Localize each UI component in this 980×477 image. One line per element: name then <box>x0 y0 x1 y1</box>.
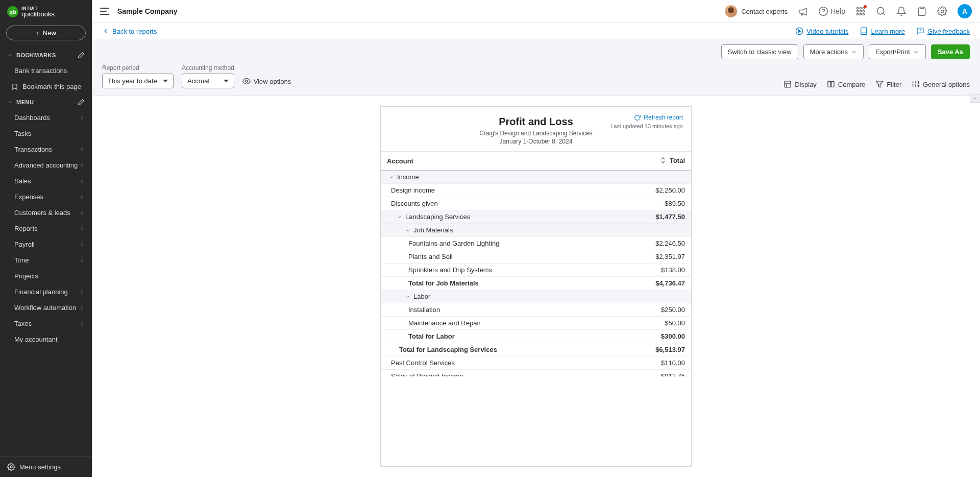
view-options-button[interactable]: View options <box>242 77 291 85</box>
table-row[interactable]: Design income$2,250.00 <box>381 184 691 197</box>
svg-point-8 <box>863 10 864 12</box>
table-row[interactable]: Fountains and Garden Lighting$2,246.50 <box>381 237 691 250</box>
main-content: Sample Company Contact experts Help A <box>92 0 980 477</box>
sidebar-item-expenses[interactable]: Expenses <box>0 189 92 205</box>
refresh-icon <box>634 114 641 121</box>
display-button[interactable]: Display <box>783 80 817 88</box>
compare-button[interactable]: Compare <box>827 80 865 88</box>
sidebar-item-tasks[interactable]: Tasks <box>0 126 92 141</box>
table-row[interactable]: Discounts given-$89.50 <box>381 197 691 210</box>
filter-label: Filter <box>887 81 901 88</box>
table-row[interactable]: Labor <box>381 290 691 303</box>
table-row[interactable]: Landscaping Services$1,477.50 <box>381 210 691 224</box>
export-print-button[interactable]: Export/Print <box>869 44 926 59</box>
account-column-header[interactable]: Account <box>381 152 608 171</box>
contact-experts-button[interactable]: Contact experts <box>725 5 788 17</box>
new-button[interactable]: + New <box>6 26 86 40</box>
account-label: Landscaping Services <box>405 213 470 221</box>
account-label: Job Materials <box>413 226 453 234</box>
sidebar-item-dashboards[interactable]: Dashboards <box>0 110 92 126</box>
sidebar-item-taxes[interactable]: Taxes <box>0 316 92 331</box>
accounting-method-select[interactable]: Accrual <box>182 74 234 88</box>
general-options-button[interactable]: General options <box>912 80 970 88</box>
search-icon[interactable] <box>876 6 886 16</box>
bookmark-icon <box>11 83 18 90</box>
chevron-down-icon[interactable] <box>405 294 410 299</box>
funnel-icon <box>875 80 884 88</box>
svg-point-15 <box>941 10 944 13</box>
sidebar-item-projects[interactable]: Projects <box>0 268 92 284</box>
svg-point-6 <box>857 10 859 12</box>
bookmark-this-page[interactable]: Bookmark this page <box>0 79 92 94</box>
amount-cell: $300.00 <box>608 330 691 343</box>
account-label: Labor <box>413 293 430 300</box>
nav-item-label: My accountant <box>14 336 58 343</box>
table-row[interactable]: Maintenance and Repair$50.00 <box>381 317 691 330</box>
amount-cell: $138.00 <box>608 264 691 277</box>
sidebar-item-sales[interactable]: Sales <box>0 173 92 189</box>
amount-cell: $2,250.00 <box>608 184 691 197</box>
sidebar-item-payroll[interactable]: Payroll <box>0 236 92 252</box>
collapse-filter-tab[interactable] <box>970 94 980 103</box>
user-avatar[interactable]: A <box>958 4 972 18</box>
chevron-down-icon[interactable] <box>389 175 394 180</box>
megaphone-icon[interactable] <box>798 6 808 16</box>
pencil-icon[interactable] <box>78 52 85 59</box>
hamburger-icon[interactable] <box>100 8 109 15</box>
back-to-reports-link[interactable]: Back to reports <box>102 28 157 35</box>
sidebar-item-financial-planning[interactable]: Financial planning <box>0 284 92 300</box>
sidebar-item-transactions[interactable]: Transactions <box>0 141 92 157</box>
table-row[interactable]: Pest Control Services$110.00 <box>381 356 691 370</box>
filter-button[interactable]: Filter <box>875 80 901 88</box>
amount-cell: $912.75 <box>608 370 691 376</box>
eye-icon <box>242 77 251 85</box>
report-table-scroll[interactable]: Account Total IncomeDesign income$2,250.… <box>381 152 691 376</box>
give-feedback-link[interactable]: Give feedback <box>916 27 970 35</box>
learn-more-link[interactable]: Learn more <box>860 27 904 35</box>
filter-bar: Report period This year to date Accounti… <box>92 59 980 96</box>
table-row[interactable]: Job Materials <box>381 224 691 237</box>
nav-item-label: Financial planning <box>14 288 68 296</box>
sidebar-item-reports[interactable]: Reports <box>0 221 92 236</box>
table-row[interactable]: Installation$250.00 <box>381 303 691 317</box>
gear-icon[interactable] <box>937 6 947 16</box>
table-row[interactable]: Total for Labor$300.00 <box>381 330 691 343</box>
chevron-down-icon <box>851 49 857 55</box>
bookmarks-title: BOOKMARKS <box>16 52 56 58</box>
total-column-header[interactable]: Total <box>608 152 691 171</box>
table-row[interactable]: Plants and Soil$2,351.97 <box>381 250 691 264</box>
help-label: Help <box>830 7 845 15</box>
amount-cell <box>608 224 691 237</box>
sidebar-item-bookmark[interactable]: Bank transactions <box>0 63 92 79</box>
table-row[interactable]: Income <box>381 171 691 184</box>
chevron-down-icon[interactable] <box>397 214 402 220</box>
display-icon <box>783 80 792 88</box>
top-bar: Sample Company Contact experts Help A <box>92 0 980 23</box>
sidebar-item-customers-leads[interactable]: Customers & leads <box>0 205 92 221</box>
logo[interactable]: qb INTUIT quickbooks <box>0 0 92 23</box>
table-row[interactable]: Total for Job Materials$4,736.47 <box>381 277 691 290</box>
menu-header[interactable]: MENU <box>0 94 92 110</box>
save-as-button[interactable]: Save As <box>931 44 970 59</box>
refresh-report-button[interactable]: Refresh report <box>610 114 683 121</box>
switch-classic-button[interactable]: Switch to classic view <box>721 44 798 59</box>
bell-icon[interactable] <box>896 6 906 16</box>
table-row[interactable]: Sprinklers and Drip Systems$138.00 <box>381 264 691 277</box>
table-row[interactable]: Sales of Product Income$912.75 <box>381 370 691 376</box>
help-button[interactable]: Help <box>818 6 845 16</box>
sidebar-item-my-accountant[interactable]: My accountant <box>0 331 92 347</box>
sidebar-item-time[interactable]: Time <box>0 252 92 268</box>
video-tutorials-link[interactable]: Video tutorials <box>795 27 848 35</box>
table-row[interactable]: Total for Landscaping Services$6,513.97 <box>381 343 691 356</box>
sidebar-item-workflow-automation[interactable]: Workflow automation <box>0 300 92 316</box>
menu-settings-button[interactable]: Menu settings <box>0 456 92 477</box>
clipboard-icon[interactable] <box>917 6 927 16</box>
apps-grid-icon[interactable] <box>855 6 866 16</box>
pencil-icon[interactable] <box>78 99 85 106</box>
sidebar-item-advanced-accounting[interactable]: Advanced accounting <box>0 157 92 173</box>
more-actions-button[interactable]: More actions <box>803 44 864 59</box>
bookmarks-header[interactable]: BOOKMARKS <box>0 47 92 63</box>
chevron-down-icon[interactable] <box>405 228 410 233</box>
amount-cell: $250.00 <box>608 303 691 317</box>
report-period-select[interactable]: This year to date <box>102 74 174 88</box>
